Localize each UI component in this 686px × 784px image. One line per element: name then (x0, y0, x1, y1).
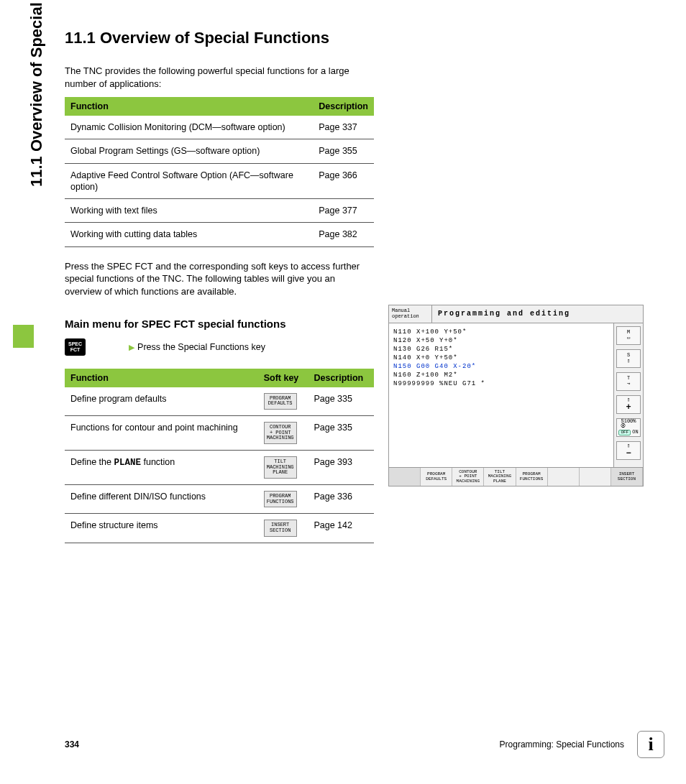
functions-table-2: Function Soft key Description Define pro… (65, 369, 374, 543)
softkey-icon: PROGRAM FUNCTIONS (264, 491, 297, 507)
softkey-5[interactable] (548, 468, 580, 486)
info-icon: i (637, 731, 664, 758)
side-button-t[interactable]: T⊸ (616, 372, 641, 391)
softkey-icon: CONTOUR + POINT MACHINING (264, 422, 297, 444)
paragraph-2: Press the SPEC FCT and the corresponding… (65, 260, 374, 298)
page-footer: 334 Programming: Special Functions i (65, 731, 664, 758)
softkey-icon: INSERT SECTION (264, 520, 297, 536)
table-row: Functions for contour and point machinin… (65, 415, 374, 450)
th-function: Function (65, 369, 258, 387)
table-row: Working with cutting data tablesPage 382 (65, 223, 374, 246)
th-softkey: Soft key (258, 369, 308, 387)
program-listing: N110 X+100 Y+50* N120 X+50 Y+0* N130 G26… (389, 323, 614, 467)
softkey-7[interactable]: INSERT SECTION (611, 468, 643, 486)
table-row: Global Program Settings (GS—software opt… (65, 139, 374, 163)
table-row: Define different DIN/ISO functions PROGR… (65, 485, 374, 514)
screen-softkey-bar: PROGRAM DEFAULTS CONTOUR + POINT MACHINI… (389, 467, 643, 486)
table-row: Define structure items INSERT SECTION Pa… (65, 514, 374, 543)
side-button-plus[interactable]: ▯+ (616, 395, 641, 414)
tnc-screen: Manual operation Programming and editing… (388, 305, 644, 486)
side-button-override[interactable]: S100% ⦿OFFON (616, 418, 641, 437)
side-section-title: 11.1 Overview of Special Functions (27, 0, 46, 187)
side-button-minus[interactable]: ▯− (616, 441, 641, 460)
softkey-6[interactable] (580, 468, 611, 486)
arrow-icon: ▶ (129, 343, 134, 351)
chapter-name: Programming: Special Functions (500, 739, 624, 750)
th-description: Description (308, 369, 374, 387)
th-function: Function (65, 97, 313, 116)
side-button-m[interactable]: M▭ (616, 326, 641, 345)
side-button-s[interactable]: S▯ (616, 349, 641, 368)
subheading: Main menu for SPEC FCT special functions (65, 318, 374, 330)
softkey-3[interactable]: TILT MACHINING PLANE (484, 468, 516, 486)
instruction-text: ▶Press the Special Functions key (129, 342, 265, 352)
table-row: Working with text filesPage 377 (65, 199, 374, 223)
table-row: Define the PLANE function TILT MACHINING… (65, 451, 374, 485)
table-row: Dynamic Collision Monitoring (DCM—softwa… (65, 116, 374, 139)
table-row: Adaptive Feed Control Software Option (A… (65, 163, 374, 199)
softkey-2[interactable]: CONTOUR + POINT MACHINING (452, 468, 484, 486)
table-row: Define program defaults PROGRAM DEFAULTS… (65, 387, 374, 416)
screen-side-panel: M▭ S▯ T⊸ ▯+ S100% ⦿OFFON ▯− (614, 323, 643, 467)
intro-paragraph: The TNC provides the following powerful … (65, 65, 374, 90)
softkey-1[interactable]: PROGRAM DEFAULTS (421, 468, 452, 486)
page-heading: 11.1 Overview of Special Functions (65, 29, 662, 47)
side-accent (13, 325, 34, 348)
page-number: 334 (65, 739, 79, 750)
softkey-icon: TILT MACHINING PLANE (264, 456, 297, 479)
functions-table-1: Function Description Dynamic Collision M… (65, 97, 374, 247)
softkey-nav-left[interactable] (389, 468, 421, 486)
screen-mode: Manual operation (389, 305, 432, 322)
softkey-4[interactable]: PROGRAM FUNCTIONS (516, 468, 548, 486)
th-description: Description (313, 97, 374, 116)
softkey-icon: PROGRAM DEFAULTS (264, 393, 297, 410)
screen-title: Programming and editing (432, 305, 643, 322)
spec-fct-key-icon: SPECFCT (65, 338, 86, 355)
